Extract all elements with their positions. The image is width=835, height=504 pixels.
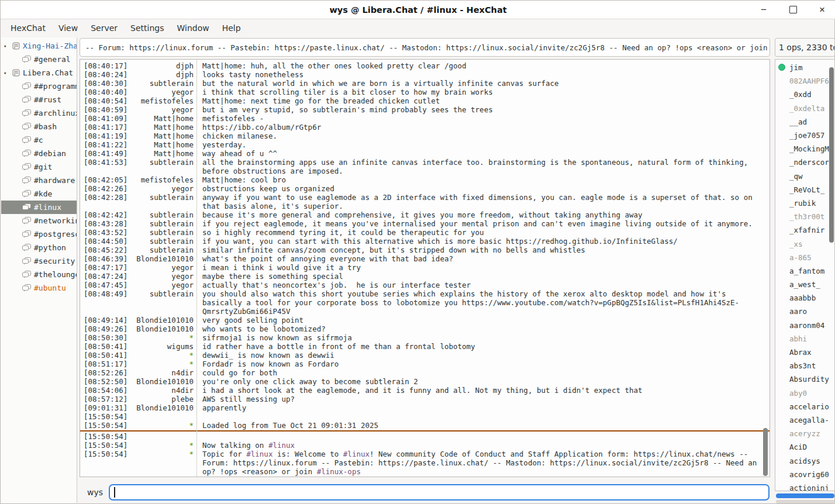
channel-row-ubuntu[interactable]: #ubuntu xyxy=(1,281,77,295)
user-list-item[interactable]: _ReVoLt_ xyxy=(775,183,834,196)
user-list-item[interactable]: a_fantom xyxy=(775,264,834,278)
user-list-item[interactable]: _rubik xyxy=(775,196,834,210)
user-list-item[interactable]: _th3r00t xyxy=(775,210,834,223)
menu-item-server[interactable]: Server xyxy=(84,21,124,35)
message-text: because it's more general and comprehens… xyxy=(198,210,770,219)
user-list-item[interactable]: _0xdd xyxy=(775,88,834,101)
chat-line: [15:50:54] xyxy=(80,432,770,441)
user-list-item[interactable]: acidsys xyxy=(775,454,834,467)
user-list-item[interactable]: _xs xyxy=(775,237,834,250)
user-list-item[interactable]: aby0 xyxy=(775,386,834,400)
tree-item-label: #git xyxy=(34,163,52,171)
user-list-item[interactable]: 082AAHPF6 xyxy=(775,74,834,88)
maximize-button[interactable] xyxy=(785,2,801,18)
chat-line: [08:41:19]Matt|homechicken milanese. xyxy=(80,132,770,140)
user-list-item[interactable]: accelario xyxy=(775,400,834,413)
menu-item-hexchat[interactable]: HexChat xyxy=(4,21,52,35)
message-input[interactable] xyxy=(109,484,770,500)
menu-item-view[interactable]: View xyxy=(52,21,84,35)
chat-line: [08:49:14]Blondie101010very good selling… xyxy=(80,316,770,325)
server-row-xinghaizhan[interactable]: ▾Xing-Hai-Zhan xyxy=(1,39,77,53)
nick: subtlerain xyxy=(130,158,198,167)
message-text: Topic for #linux is: Welcome to #linux! … xyxy=(198,450,770,476)
user-list-item[interactable]: _0xdelta xyxy=(775,102,834,115)
minimize-button[interactable]: − xyxy=(756,2,771,18)
menu-item-settings[interactable]: Settings xyxy=(124,21,170,35)
channel-row-postgresql[interactable]: #postgresql xyxy=(1,227,77,241)
server-tree[interactable]: ▾Xing-Hai-Zhan#general▾Libera.Chat##prog… xyxy=(1,37,77,503)
expander-icon[interactable]: ▾ xyxy=(4,70,12,76)
user-list-item[interactable]: abhi xyxy=(775,332,834,346)
user-nick: aaabbb xyxy=(789,294,816,302)
message-text: but the natural world in which we are bo… xyxy=(198,79,770,88)
message-text: id rather have a bottle in front of me t… xyxy=(198,342,770,351)
timestamp: [08:41:17] xyxy=(80,123,130,132)
chat-area[interactable]: [08:40:17]djphMatt|home: huh, all the ot… xyxy=(80,59,770,477)
channel-row-thelounge[interactable]: #thelounge xyxy=(1,268,77,281)
channel-row-networking[interactable]: #networking xyxy=(1,214,77,227)
channel-row-c[interactable]: #c xyxy=(1,133,77,147)
tree-item-label: #python xyxy=(34,243,66,252)
user-list-item[interactable]: _qw xyxy=(775,170,834,183)
user-list-item[interactable]: jim xyxy=(775,61,834,74)
user-list-item[interactable]: _MockingM xyxy=(775,142,834,156)
user-list-item[interactable]: actioninj xyxy=(775,481,834,491)
channel-row-rust[interactable]: ##rust xyxy=(1,93,77,106)
channel-row-debian[interactable]: #debian xyxy=(1,147,77,160)
channel-row-kde[interactable]: #kde xyxy=(1,187,77,201)
timestamp: [15:50:54] xyxy=(80,432,130,441)
user-list-item[interactable]: a_west_ xyxy=(775,278,834,291)
chat-scrollbar-thumb[interactable] xyxy=(763,428,768,476)
user-list-item[interactable]: _nderscor xyxy=(775,156,834,169)
user-list-item[interactable]: aaro xyxy=(775,305,834,318)
tree-item-label: Xing-Hai-Zhan xyxy=(23,42,77,50)
userlist-horizontal-scrollbar[interactable] xyxy=(776,493,834,498)
user-list-item[interactable]: _joe7057 xyxy=(775,129,834,142)
channel-row-bash[interactable]: #bash xyxy=(1,120,77,133)
nick: Blondie101010 xyxy=(130,403,198,412)
userlist-scrollbar-thumb[interactable] xyxy=(829,67,834,243)
channel-icon xyxy=(22,150,31,157)
channel-row-linux[interactable]: #linux xyxy=(1,201,77,214)
user-list-item[interactable]: Abrax xyxy=(775,346,834,359)
channel-row-archlinux[interactable]: #archlinux xyxy=(1,106,77,120)
user-list-item[interactable]: _xfafnir xyxy=(775,223,834,237)
menu-item-help[interactable]: Help xyxy=(216,21,247,35)
channel-row-security[interactable]: #security xyxy=(1,254,77,268)
chat-line: [08:47:45]yegoractually that's neoncorte… xyxy=(80,281,770,289)
user-nick: _nderscor xyxy=(789,158,829,167)
user-list-item[interactable]: aceryzz xyxy=(775,427,834,440)
user-list-item[interactable]: a-865 xyxy=(775,251,834,264)
user-list-item[interactable]: abs3nt xyxy=(775,359,834,372)
topic-text: -- Forum: https://linux.forum -- Pastebi… xyxy=(85,43,770,52)
channel-row-git[interactable]: #git xyxy=(1,160,77,174)
channel-icon xyxy=(22,82,31,90)
channel-icon xyxy=(22,163,31,171)
timestamp: [08:47:24] xyxy=(80,272,130,281)
topic-bar[interactable]: -- Forum: https://linux.forum -- Pastebi… xyxy=(80,38,770,57)
channel-row-python[interactable]: #python xyxy=(1,241,77,254)
chat-line: [08:45:22]subtlerainsimilar infinite can… xyxy=(80,246,770,254)
channel-row-hardware[interactable]: #hardware xyxy=(1,174,77,187)
channel-row-programming[interactable]: ##programming xyxy=(1,80,77,93)
menu-item-window[interactable]: Window xyxy=(170,21,215,35)
server-row-liberachat[interactable]: ▾Libera.Chat xyxy=(1,66,77,80)
user-list-item[interactable]: Absurdity xyxy=(775,372,834,386)
user-list-item[interactable]: aaabbb xyxy=(775,291,834,305)
timestamp: [08:41:22] xyxy=(80,140,130,149)
user-list[interactable]: jim082AAHPF6_0xdd_0xdelta__ad_joe7057_Mo… xyxy=(775,59,835,491)
message-text: i mean i think i would give it a try xyxy=(198,263,770,272)
user-list-item[interactable]: aaronm04 xyxy=(775,319,834,332)
chat-line: [08:49:26]Blondie101010who wants to be l… xyxy=(80,325,770,333)
user-nick: aby0 xyxy=(789,389,807,398)
user-list-item[interactable]: acovrig60 xyxy=(775,468,834,481)
user-list-item[interactable]: __ad xyxy=(775,115,834,129)
message-text: looks tasty nonetheless xyxy=(198,70,770,79)
user-list-item[interactable]: acegalla- xyxy=(775,413,834,427)
close-button[interactable]: × xyxy=(815,2,830,18)
timestamp: [08:40:24] xyxy=(80,70,130,79)
user-list-item[interactable]: AciD xyxy=(775,440,834,454)
message-text: Topic for #linux set by nkukard (Mon Aug… xyxy=(198,476,770,477)
channel-row-general[interactable]: #general xyxy=(1,53,77,66)
expander-icon[interactable]: ▾ xyxy=(4,43,12,49)
